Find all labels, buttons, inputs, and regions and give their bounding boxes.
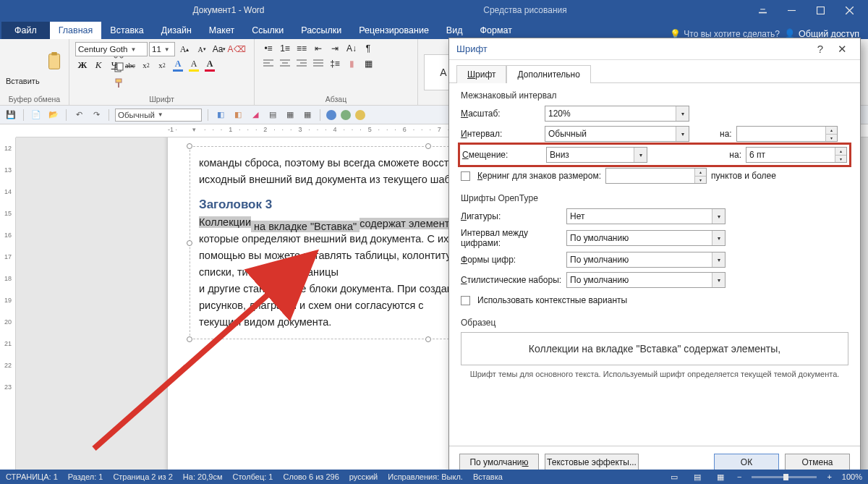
status-track-changes[interactable]: Исправления: Выкл.	[388, 472, 463, 481]
combo-spacing[interactable]: Обычный▾	[545, 126, 689, 142]
tab-file[interactable]: Файл	[1, 22, 50, 39]
spinner-position-by[interactable]: 6 пт▴▾	[746, 147, 847, 163]
tab-layout[interactable]: Макет	[200, 22, 243, 39]
tool-icon-2[interactable]: ◧	[231, 109, 244, 122]
new-doc-icon[interactable]: 📄	[30, 109, 43, 122]
tool-icon-3[interactable]: ▤	[266, 109, 279, 122]
button-cancel[interactable]: Отмена	[785, 454, 850, 471]
close-button[interactable]	[835, 0, 864, 20]
paste-icon[interactable]	[44, 51, 69, 75]
resize-handle[interactable]	[187, 336, 192, 342]
button-ok[interactable]: ОК	[714, 454, 779, 471]
maximize-button[interactable]	[806, 0, 835, 20]
undo-icon[interactable]: ↶	[72, 109, 85, 122]
underline-button[interactable]: Ч	[107, 59, 122, 72]
color-dot-yellow[interactable]	[355, 110, 365, 120]
borders-button[interactable]: ▦	[360, 57, 376, 70]
color-dot-green[interactable]	[341, 110, 351, 120]
open-icon[interactable]: 📂	[47, 109, 60, 122]
shrink-font-button[interactable]: A▾	[194, 42, 210, 56]
status-position[interactable]: На: 20,9см	[183, 472, 223, 481]
spinner-kerning-size[interactable]: ▴▾	[605, 168, 707, 184]
view-read-icon[interactable]: ▭	[668, 472, 681, 482]
combo-number-spacing[interactable]: По умолчанию▾	[566, 230, 726, 246]
color-dot-blue[interactable]	[326, 110, 336, 120]
font-size-combo[interactable]: 11▼	[149, 42, 175, 56]
checkbox-kerning[interactable]	[461, 171, 470, 181]
combo-scale[interactable]: 120%▾	[545, 106, 689, 122]
view-web-icon[interactable]: ▦	[714, 472, 727, 482]
justify-button[interactable]	[310, 57, 326, 70]
align-right-button[interactable]	[294, 57, 310, 70]
bold-button[interactable]: Ж	[75, 59, 90, 72]
increase-indent-button[interactable]: ⇥	[327, 42, 343, 55]
status-page[interactable]: СТРАНИЦА: 1	[6, 472, 58, 481]
italic-button[interactable]: К	[91, 59, 106, 72]
font-name-combo[interactable]: Century Goth▼	[75, 42, 148, 56]
zoom-slider[interactable]	[752, 476, 817, 478]
tab-mailings[interactable]: Рассылки	[292, 22, 350, 39]
tab-design[interactable]: Дизайн	[153, 22, 200, 39]
text-effects-button[interactable]: A	[171, 59, 185, 72]
dialog-titlebar[interactable]: Шрифт ? ✕	[449, 38, 860, 60]
combo-stylistic-sets[interactable]: По умолчанию▾	[566, 272, 726, 288]
bullets-button[interactable]: •≡	[260, 42, 276, 55]
redo-icon[interactable]: ↷	[90, 109, 103, 122]
tab-view[interactable]: Вид	[438, 22, 472, 39]
status-word-count[interactable]: Слово 6 из 296	[283, 472, 339, 481]
status-section[interactable]: Раздел: 1	[68, 472, 103, 481]
zoom-in-button[interactable]: +	[827, 472, 831, 481]
eraser-icon[interactable]: ◢	[249, 109, 262, 122]
tab-format[interactable]: Формат	[471, 22, 520, 39]
status-page-of[interactable]: Страница 2 из 2	[113, 472, 172, 481]
spinner-spacing-by[interactable]: ▴▾	[736, 126, 838, 142]
style-combo[interactable]: Обычный▼	[115, 109, 202, 122]
checkbox-contextual[interactable]	[461, 296, 470, 305]
vertical-ruler[interactable]: 12 13 14 15 16 17 18 19 20 21 22 23	[0, 137, 16, 470]
change-case-button[interactable]: Aa▾	[211, 42, 227, 56]
resize-handle[interactable]	[187, 240, 192, 246]
superscript-button[interactable]: x2	[155, 59, 169, 72]
zoom-out-button[interactable]: −	[737, 472, 741, 481]
tool-icon-5[interactable]: ▦	[301, 109, 314, 122]
align-center-button[interactable]	[277, 57, 293, 70]
sort-button[interactable]: A↓	[344, 42, 359, 55]
subscript-button[interactable]: x2	[139, 59, 153, 72]
view-print-icon[interactable]: ▤	[691, 472, 704, 482]
tool-icon-1[interactable]: ◧	[214, 109, 227, 122]
tab-insert[interactable]: Вставка	[101, 22, 152, 39]
decrease-indent-button[interactable]: ⇤	[310, 42, 326, 55]
zoom-level[interactable]: 100%	[842, 472, 862, 481]
highlight-button[interactable]: A	[187, 59, 201, 72]
clear-formatting-button[interactable]: A⌫	[229, 42, 244, 56]
tool-icon-4[interactable]: ▦	[284, 109, 297, 122]
dialog-close-button[interactable]: ✕	[831, 43, 853, 56]
font-color-button[interactable]: A	[203, 59, 217, 72]
combo-ligatures[interactable]: Нет▾	[566, 208, 726, 224]
numbering-button[interactable]: 1≡	[277, 42, 293, 55]
grow-font-button[interactable]: A▴	[176, 42, 192, 56]
dialog-help-button[interactable]: ?	[809, 43, 831, 55]
show-marks-button[interactable]: ¶	[360, 42, 376, 55]
button-text-effects[interactable]: Текстовые эффекты...	[545, 454, 639, 471]
resize-handle[interactable]	[425, 143, 431, 149]
shading-button[interactable]: ▮	[344, 57, 359, 70]
tab-home[interactable]: Главная	[50, 22, 102, 39]
combo-position[interactable]: Вниз▾	[546, 147, 647, 163]
align-left-button[interactable]	[260, 57, 276, 70]
line-spacing-button[interactable]: ‡≡	[327, 57, 343, 70]
status-column[interactable]: Столбец: 1	[233, 472, 273, 481]
dialog-tab-advanced[interactable]: Дополнительно	[506, 65, 590, 83]
ribbon-collapse-icon[interactable]	[748, 0, 777, 20]
combo-number-forms[interactable]: По умолчанию▾	[566, 252, 726, 268]
dialog-tab-font[interactable]: Шрифт	[456, 65, 506, 83]
minimize-button[interactable]	[777, 0, 806, 20]
resize-handle[interactable]	[187, 143, 192, 149]
save-icon[interactable]: 💾	[4, 109, 17, 122]
multilevel-button[interactable]: ≡≡	[294, 42, 310, 55]
status-language[interactable]: русский	[349, 472, 378, 481]
tab-references[interactable]: Ссылки	[243, 22, 292, 39]
tab-review[interactable]: Рецензирование	[350, 22, 438, 39]
strikethrough-button[interactable]: abc	[123, 59, 137, 72]
button-set-default[interactable]: По умолчанию	[459, 454, 539, 471]
